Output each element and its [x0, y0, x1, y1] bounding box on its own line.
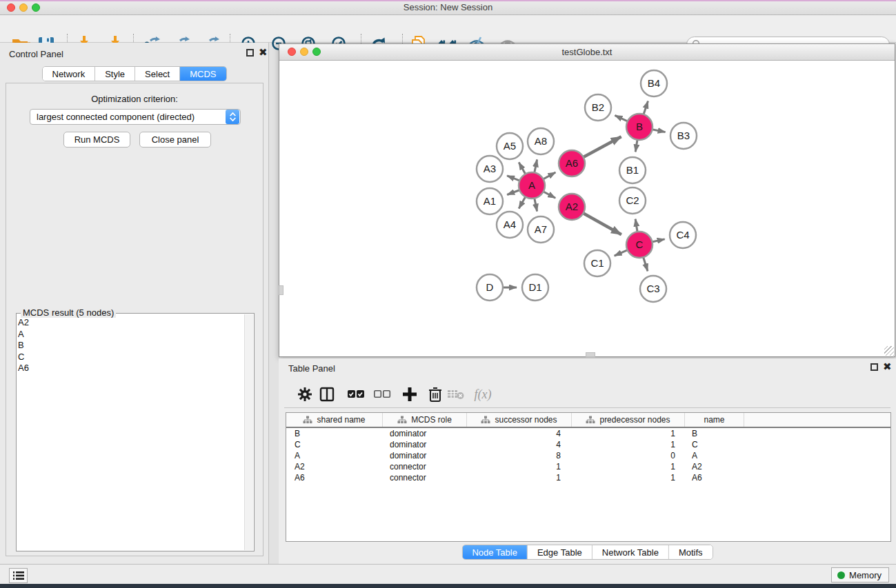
graph-node-label-A1: A1: [484, 195, 496, 207]
mcds-result-item[interactable]: C: [18, 352, 243, 363]
table-row[interactable]: Adominator80A: [286, 450, 890, 461]
graph-node-label-D: D: [486, 281, 494, 293]
table-cell[interactable]: A6: [685, 473, 744, 483]
control-panel: Control Panel ✖ Network Style Select MCD…: [0, 43, 269, 564]
table-cell[interactable]: 4: [467, 429, 572, 438]
table-cell[interactable]: B: [286, 429, 383, 438]
function-builder-icon[interactable]: f(x): [472, 383, 494, 405]
table-cell[interactable]: 1: [467, 473, 572, 483]
float-table-panel-icon[interactable]: [870, 363, 878, 371]
window-resize-grip[interactable]: [884, 346, 894, 356]
close-table-panel-icon[interactable]: ✖: [883, 361, 892, 372]
table-row[interactable]: A6connector11A6: [286, 472, 890, 483]
table-cell[interactable]: 1: [572, 440, 685, 449]
table-row[interactable]: A2connector11A2: [286, 461, 890, 472]
node-table[interactable]: shared nameMCDS rolesuccessor nodesprede…: [286, 412, 891, 542]
mcds-result-item[interactable]: A2: [18, 317, 243, 329]
deselect-all-columns-icon[interactable]: [371, 383, 393, 405]
graph-node-label-A8: A8: [535, 135, 547, 147]
table-cell[interactable]: B: [685, 429, 744, 438]
column-header-predecessor-nodes[interactable]: predecessor nodes: [572, 413, 685, 427]
table-cell[interactable]: 1: [467, 462, 572, 472]
tab-edge-table[interactable]: Edge Table: [528, 545, 593, 559]
table-cell[interactable]: dominator: [383, 440, 467, 449]
tab-select[interactable]: Select: [135, 67, 180, 81]
table-cell[interactable]: C: [286, 440, 383, 449]
table-cell[interactable]: 8: [467, 451, 572, 460]
mcds-result-item[interactable]: A: [18, 329, 243, 341]
table-tabs: Node Table Edge Table Network Table Moti…: [461, 545, 713, 560]
show-column-panel-icon[interactable]: [316, 383, 338, 405]
network-graph[interactable]: B4B2BB3A8A5A6A3B1AA1C2A2A4A7C4CC1C3DD1: [279, 61, 895, 356]
table-cell[interactable]: 1: [572, 462, 685, 472]
table-cell[interactable]: A6: [286, 473, 383, 483]
column-header-label: successor nodes: [495, 415, 557, 425]
delete-column-trash-icon[interactable]: [424, 383, 446, 405]
mcds-result-item[interactable]: A6: [18, 363, 243, 374]
mcds-result-list[interactable]: A2ABCA6: [18, 317, 243, 549]
canvas-scroll-indicator-bottom[interactable]: [586, 352, 595, 357]
table-cell[interactable]: A: [685, 451, 744, 460]
table-row[interactable]: Bdominator41B: [286, 428, 890, 439]
graph-node-label-A6: A6: [566, 157, 578, 169]
task-history-button[interactable]: [9, 568, 28, 583]
table-cell[interactable]: 4: [467, 440, 572, 449]
fx-label: f(x): [475, 387, 492, 402]
tab-node-table[interactable]: Node Table: [462, 545, 528, 559]
table-cell[interactable]: C: [685, 440, 744, 449]
run-mcds-button[interactable]: Run MCDS: [63, 132, 130, 148]
create-column-plus-icon[interactable]: [399, 383, 421, 405]
select-all-columns-icon[interactable]: [345, 383, 367, 405]
tab-style[interactable]: Style: [95, 67, 135, 81]
graph-node-label-C1: C1: [590, 257, 604, 269]
column-header-label: shared name: [317, 415, 365, 425]
delete-table-icon[interactable]: [445, 383, 467, 405]
table-panel-header: Table Panel ✖: [279, 358, 896, 378]
column-header-label: MCDS role: [411, 415, 452, 425]
table-cell[interactable]: connector: [383, 462, 467, 472]
tab-motifs[interactable]: Motifs: [669, 545, 713, 559]
table-cell[interactable]: A2: [286, 462, 383, 472]
column-header-name[interactable]: name: [685, 413, 744, 427]
table-cell[interactable]: dominator: [383, 429, 467, 438]
column-header-label: name: [704, 415, 724, 425]
window-title: Session: New Session: [0, 2, 896, 12]
table-cell[interactable]: A2: [685, 462, 744, 472]
network-window-titlebar[interactable]: testGlobe.txt: [279, 44, 895, 61]
graph-node-label-B4: B4: [648, 77, 660, 89]
table-cell[interactable]: 0: [572, 451, 685, 460]
column-header-MCDS-role[interactable]: MCDS role: [383, 413, 467, 427]
canvas-scroll-indicator-left[interactable]: [279, 285, 283, 295]
table-cell[interactable]: A: [286, 451, 383, 460]
table-row[interactable]: Cdominator41C: [286, 439, 890, 450]
status-bar: Memory: [0, 564, 896, 584]
table-cell[interactable]: 1: [572, 429, 685, 438]
table-cell[interactable]: 1: [572, 473, 685, 483]
mcds-result-scrollbar[interactable]: [244, 314, 253, 550]
control-panel-header: Control Panel ✖: [0, 43, 268, 63]
criterion-dropdown[interactable]: largest connected component (directed): [30, 109, 241, 125]
tab-mcds[interactable]: MCDS: [180, 67, 226, 81]
graph-node-label-C4: C4: [676, 229, 689, 241]
column-header-shared-name[interactable]: shared name: [286, 413, 383, 427]
tab-network[interactable]: Network: [42, 67, 95, 81]
close-panel-button[interactable]: Close panel: [139, 132, 211, 148]
tab-network-table[interactable]: Network Table: [593, 545, 669, 559]
graph-node-label-A4: A4: [504, 219, 516, 230]
close-panel-icon[interactable]: ✖: [259, 47, 268, 58]
table-cell[interactable]: connector: [383, 473, 467, 483]
table-cell[interactable]: dominator: [383, 451, 467, 460]
mcds-tab-content: Optimization criterion: largest connecte…: [6, 83, 263, 556]
table-settings-gear-icon[interactable]: [294, 383, 316, 405]
float-panel-icon[interactable]: [246, 49, 254, 57]
memory-button[interactable]: Memory: [831, 567, 889, 582]
column-type-icon: [586, 416, 595, 424]
mcds-result-item[interactable]: B: [18, 340, 243, 352]
dropdown-stepper-icon: [226, 110, 239, 124]
network-canvas[interactable]: B4B2BB3A8A5A6A3B1AA1C2A2A4A7C4CC1C3DD1: [279, 61, 895, 356]
control-panel-title: Control Panel: [9, 49, 63, 59]
graph-node-label-A5: A5: [504, 140, 516, 152]
list-icon: [13, 571, 24, 580]
network-window-title: testGlobe.txt: [279, 47, 895, 57]
column-header-successor-nodes[interactable]: successor nodes: [467, 413, 572, 427]
